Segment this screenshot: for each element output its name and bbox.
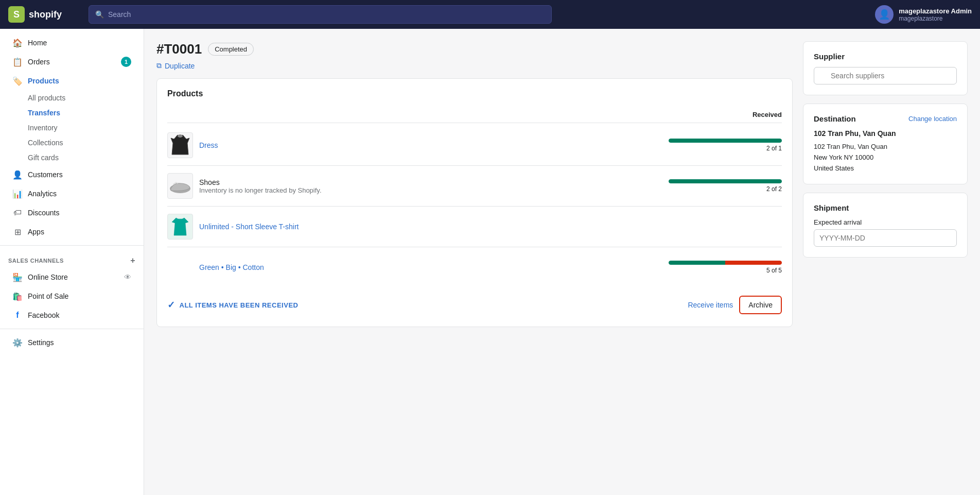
sidebar-item-analytics[interactable]: 📊 Analytics: [4, 184, 139, 203]
sidebar-item-label: Analytics: [28, 190, 57, 198]
table-row: Green • Big • Cotton 5 of 5: [167, 247, 782, 287]
product-image-dress: [167, 132, 193, 158]
products-submenu: All products Transfers Inventory Collect…: [0, 91, 144, 165]
product-name-tshirt[interactable]: Unlimited - Short Sleeve T-shirt: [199, 223, 662, 231]
sidebar-item-discounts[interactable]: 🏷 Discounts: [4, 203, 139, 222]
page-main: #T0001 Completed ⧉ Duplicate Products Re…: [156, 41, 793, 483]
sidebar-sub-transfers[interactable]: Transfers: [24, 106, 144, 120]
user-store: mageplazastore: [899, 15, 972, 22]
page-header: #T0001 Completed: [156, 41, 793, 57]
table-row: Dress 2 of 1: [167, 125, 782, 166]
sales-channels-label: SALES CHANNELS +: [0, 250, 144, 267]
analytics-icon: 📊: [12, 189, 23, 199]
product-progress-shoes: 2 of 2: [669, 179, 782, 193]
right-panel: Supplier 🔍 Destination Change location 1…: [803, 41, 968, 483]
shipment-title: Shipment: [814, 203, 957, 212]
product-sub-shoes: Inventory is no longer tracked by Shopif…: [199, 186, 662, 194]
address-line2: New York NY 10000: [814, 153, 873, 161]
product-progress-variant: 5 of 5: [669, 261, 782, 274]
products-footer: ✓ ALL ITEMS HAVE BEEN RECEIVED Receive i…: [167, 287, 782, 316]
top-navigation: S shopify 🔍 Search 👤 mageplazastore Admi…: [0, 0, 980, 29]
sidebar-sub-gift-cards[interactable]: Gift cards: [24, 150, 144, 165]
receive-items-button[interactable]: Receive items: [688, 301, 733, 309]
sidebar-item-label: Settings: [28, 338, 54, 347]
change-location-button[interactable]: Change location: [908, 115, 957, 123]
supplier-search-input[interactable]: [814, 67, 957, 84]
discounts-icon: 🏷: [12, 208, 23, 218]
customers-icon: 👤: [12, 169, 23, 180]
user-info: 👤 mageplazastore Admin mageplazastore: [875, 5, 972, 24]
page-title: #T0001: [156, 41, 202, 57]
status-badge: Completed: [208, 43, 254, 56]
supplier-card: Supplier 🔍: [803, 41, 968, 95]
global-search[interactable]: 🔍 Search: [89, 5, 552, 24]
product-image-variant: [167, 254, 193, 280]
product-info-dress: Dress: [199, 141, 662, 149]
products-icon: 🏷️: [12, 76, 23, 86]
product-name-variant[interactable]: Green • Big • Cotton: [199, 263, 662, 271]
duplicate-icon: ⧉: [156, 61, 162, 70]
footer-actions: Receive items Archive: [688, 296, 782, 314]
sidebar-item-customers[interactable]: 👤 Customers: [4, 165, 139, 184]
sidebar-divider: [0, 245, 144, 246]
sidebar-item-label: Online Store: [28, 273, 68, 281]
logo-text: shopify: [29, 9, 62, 20]
received-header: Received: [752, 111, 782, 118]
sidebar-item-label: Apps: [28, 228, 44, 236]
archive-button[interactable]: Archive: [739, 296, 782, 314]
sidebar-item-label: Customers: [28, 170, 63, 179]
apps-icon: ⊞: [12, 227, 23, 237]
sidebar-item-point-of-sale[interactable]: 🛍️ Point of Sale: [4, 287, 139, 305]
orders-icon: 📋: [12, 57, 23, 67]
sidebar-item-label: Home: [28, 39, 47, 47]
logo: S shopify: [8, 6, 80, 23]
destination-title: Destination: [814, 114, 856, 123]
checkmark-icon: ✓: [167, 299, 176, 311]
progress-count-shoes: 2 of 2: [669, 185, 782, 193]
sidebar-item-orders[interactable]: 📋 Orders 1: [4, 53, 139, 71]
sidebar-item-label: Orders: [28, 58, 50, 66]
address-line3: United States: [814, 164, 854, 172]
progress-bar-variant: [669, 261, 782, 265]
main-layout: 🏠 Home 📋 Orders 1 🏷️ Products All produc…: [0, 29, 980, 495]
sidebar-item-home[interactable]: 🏠 Home: [4, 33, 139, 52]
sidebar-item-products[interactable]: 🏷️ Products: [4, 72, 139, 90]
sidebar-item-apps[interactable]: ⊞ Apps: [4, 223, 139, 241]
sidebar-item-label: Facebook: [28, 311, 59, 319]
sidebar-divider-2: [0, 329, 144, 329]
destination-card: Destination Change location 102 Tran Phu…: [803, 104, 968, 184]
sidebar-item-facebook[interactable]: f Facebook: [4, 306, 139, 325]
address-line1: 102 Tran Phu, Van Quan: [814, 143, 887, 150]
product-image-shoes: [167, 173, 193, 199]
sidebar-item-label: Point of Sale: [28, 292, 68, 300]
supplier-search-wrap: 🔍: [814, 67, 957, 84]
svg-point-0: [178, 134, 183, 138]
duplicate-button[interactable]: ⧉ Duplicate: [156, 61, 195, 70]
sidebar-item-settings[interactable]: ⚙️ Settings: [4, 333, 139, 352]
progress-count-variant: 5 of 5: [669, 267, 782, 274]
sidebar-sub-inventory[interactable]: Inventory: [24, 121, 144, 135]
product-name-dress[interactable]: Dress: [199, 141, 662, 149]
expected-arrival-input[interactable]: [814, 229, 957, 247]
content-area: #T0001 Completed ⧉ Duplicate Products Re…: [144, 29, 980, 495]
sidebar-item-online-store[interactable]: 🏪 Online Store 👁: [4, 268, 139, 286]
shopify-logo-icon: S: [8, 6, 25, 23]
facebook-icon: f: [12, 310, 23, 320]
sidebar-sub-collections[interactable]: Collections: [24, 135, 144, 150]
sidebar-sub-all-products[interactable]: All products: [24, 91, 144, 105]
orders-badge: 1: [121, 57, 131, 67]
online-store-icon: 🏪: [12, 272, 23, 282]
progress-fill-green: [669, 261, 725, 265]
progress-count-dress: 2 of 1: [669, 145, 782, 152]
avatar: 👤: [875, 5, 894, 24]
progress-fill-green: [669, 139, 782, 143]
products-table-header: Received: [167, 107, 782, 123]
destination-location-name: 102 Tran Phu, Van Quan: [814, 129, 957, 138]
progress-bar-shoes: [669, 179, 782, 183]
table-row: Shoes Inventory is no longer tracked by …: [167, 166, 782, 207]
add-sales-channel-icon[interactable]: +: [130, 256, 135, 265]
search-icon: 🔍: [95, 10, 104, 19]
sidebar-item-label: Discounts: [28, 209, 59, 217]
duplicate-label: Duplicate: [165, 62, 195, 70]
product-progress-tshirt: [669, 224, 782, 230]
